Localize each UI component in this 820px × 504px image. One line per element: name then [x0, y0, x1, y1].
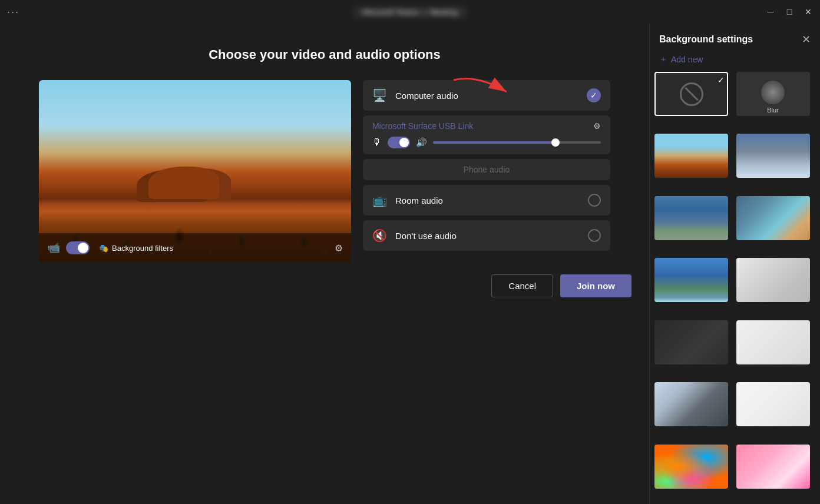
background-filters-button[interactable]: 🎭 Background filters: [99, 244, 173, 253]
join-now-button[interactable]: Join now: [560, 274, 631, 297]
add-new-label: Add new: [671, 55, 703, 64]
content-row: 📹 🎭 Background filters ⚙ 🖥️ Computer a: [0, 80, 649, 263]
bg-add-new-button[interactable]: ＋ Add new: [650, 51, 820, 72]
settings-gear-icon[interactable]: ⚙: [335, 243, 343, 254]
no-audio-icon: 🔇: [372, 228, 387, 243]
phone-audio-label: Phone audio: [464, 165, 510, 174]
no-audio-radio: [588, 229, 601, 242]
room-audio-radio: [588, 194, 601, 207]
bg-office-thumb[interactable]: [736, 258, 810, 302]
blur-label: Blur: [767, 107, 779, 114]
bg-coastal-thumb[interactable]: [654, 258, 728, 302]
background-thumbnails-grid: ✓ Blur: [650, 72, 820, 504]
minimize-button[interactable]: ─: [766, 7, 775, 16]
volume-icon: 🔊: [416, 137, 427, 148]
room-audio-icon: 📺: [372, 193, 387, 207]
no-audio-option[interactable]: 🔇 Don't use audio: [363, 220, 610, 251]
background-settings-panel: Background settings ✕ ＋ Add new ✓ Blur: [649, 24, 820, 504]
audio-sub-controls: 🎙 🔊: [372, 137, 601, 148]
bg-none-thumb[interactable]: ✓: [654, 72, 728, 116]
volume-thumb: [551, 138, 560, 147]
camera-toggle[interactable]: [66, 241, 90, 254]
volume-slider[interactable]: [433, 141, 601, 144]
selected-checkmark: ✓: [718, 75, 725, 85]
video-preview: 📹 🎭 Background filters ⚙: [39, 80, 351, 263]
phone-audio-option[interactable]: Phone audio: [363, 159, 610, 180]
no-effect-line: [685, 87, 698, 101]
main-content: Choose your video and audio options 📹 🎭 …: [0, 24, 820, 504]
no-audio-label: Don't use audio: [395, 231, 580, 241]
bg-close-button[interactable]: ✕: [802, 33, 811, 46]
bg-white-room-thumb[interactable]: [736, 320, 810, 364]
computer-audio-icon: 🖥️: [372, 88, 387, 102]
computer-audio-checkmark: ✓: [587, 88, 601, 102]
room-audio-option[interactable]: 📺 Room audio: [363, 185, 610, 215]
close-button[interactable]: ✕: [804, 7, 813, 16]
bg-uluru-thumb[interactable]: [654, 134, 728, 178]
maximize-button[interactable]: □: [785, 7, 794, 16]
blur-preview-circle: [761, 81, 785, 104]
background-filters-label: Background filters: [112, 244, 173, 253]
video-controls-bar: 📹 🎭 Background filters ⚙: [39, 233, 351, 263]
room-audio-label: Room audio: [395, 195, 580, 205]
bg-colorful-thumb[interactable]: [654, 445, 728, 489]
page-heading: Choose your video and audio options: [209, 47, 441, 62]
red-arrow: [448, 74, 518, 110]
window-controls: ─ □ ✕: [766, 7, 813, 16]
bg-blur-thumb[interactable]: Blur: [736, 72, 810, 116]
menu-dots[interactable]: ···: [7, 6, 19, 18]
buttons-row: Cancel Join now: [0, 263, 649, 297]
window-title: Microsoft Teams — Meeting: [353, 6, 467, 18]
bg-panel-title: Background settings: [659, 34, 753, 45]
filters-icon: 🎭: [99, 244, 108, 253]
camera-icon: 📹: [47, 241, 60, 254]
titlebar: ··· Microsoft Teams — Meeting ─ □ ✕: [0, 0, 820, 24]
bg-interior-thumb[interactable]: [736, 196, 810, 240]
video-section: 📹 🎭 Background filters ⚙: [39, 80, 351, 263]
cancel-button[interactable]: Cancel: [491, 274, 553, 297]
device-label: Microsoft Surface USB Link: [372, 121, 473, 131]
plus-icon: ＋: [659, 54, 667, 65]
no-effect-circle: [680, 82, 703, 106]
bg-dark-room-thumb[interactable]: [654, 320, 728, 364]
equalizer-icon: ⚙: [593, 121, 601, 131]
mic-icon: 🎙: [372, 137, 382, 148]
bg-clouds-thumb[interactable]: [736, 134, 810, 178]
left-section: Choose your video and audio options 📹 🎭 …: [0, 24, 649, 504]
bg-white-minimal-thumb[interactable]: [736, 382, 810, 426]
mic-toggle[interactable]: [388, 137, 410, 148]
audio-device-sub: Microsoft Surface USB Link ⚙ 🎙 🔊: [363, 115, 610, 154]
bg-modern-room-thumb[interactable]: [654, 382, 728, 426]
bg-panel-header: Background settings ✕: [650, 24, 820, 51]
bg-pink-thumb[interactable]: [736, 445, 810, 489]
audio-device-row[interactable]: Microsoft Surface USB Link ⚙: [372, 121, 601, 131]
bg-water-thumb[interactable]: [654, 196, 728, 240]
